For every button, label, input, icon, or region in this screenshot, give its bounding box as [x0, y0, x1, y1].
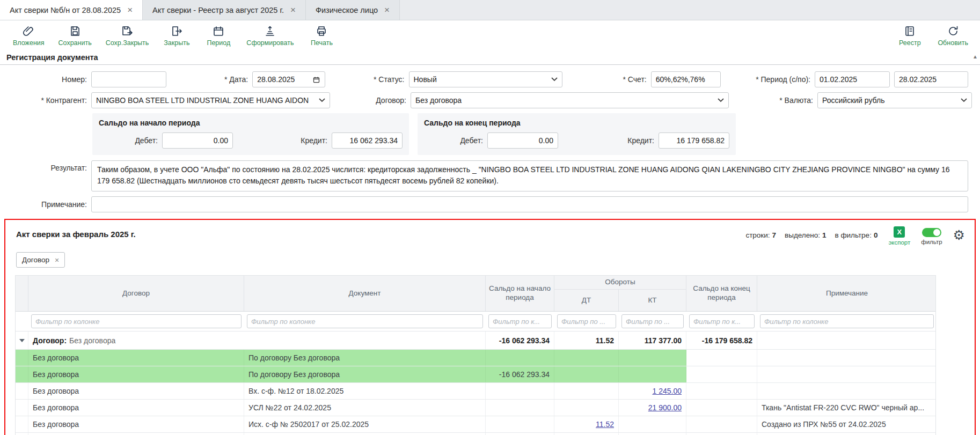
debet-end-value[interactable]: 0.00 [487, 132, 558, 149]
primechanie-input[interactable] [91, 196, 968, 212]
cell-saldo-start [486, 400, 554, 416]
filter-toggle[interactable]: фильтр [921, 226, 942, 245]
schet-input[interactable] [651, 71, 721, 87]
status-select[interactable]: Новый [409, 71, 562, 87]
filter-chip-dogovor[interactable]: Договор × [16, 252, 65, 268]
cell-document: По договору Без договора [244, 350, 486, 366]
kontragent-select[interactable]: NINGBO BOA STEEL LTD INDUSTRIAL ZONE HUA… [91, 92, 330, 108]
chip-remove-icon[interactable]: × [55, 256, 59, 264]
print-button[interactable]: Печать [308, 24, 335, 47]
amount-link[interactable]: 1 245.00 [653, 387, 682, 395]
cell-note [757, 383, 937, 399]
row-expander-cell [16, 366, 28, 382]
cell-document: Вх. с-ф. №12 от 18.02.2025 [244, 383, 486, 399]
tab-label: Акт сверки - Реестр за август 2025 г. [152, 6, 284, 14]
tab-fizicheskoe-lico[interactable]: Физическое лицо × [306, 0, 400, 20]
amount-link[interactable]: 21 900.00 [648, 403, 682, 412]
kredit-start-value[interactable]: 16 062 293.34 [332, 132, 403, 149]
debet-start-value[interactable]: 0.00 [162, 132, 233, 149]
cell-dogovor: Без договора [28, 383, 244, 399]
calendar-icon[interactable] [312, 76, 320, 84]
chevron-down-icon [319, 98, 325, 102]
cell-saldo-start [486, 433, 554, 435]
kredit-start-text: 16 062 293.34 [349, 136, 398, 145]
filter-input-saldo-end[interactable] [689, 314, 755, 328]
nomer-input[interactable] [91, 71, 166, 87]
refresh-button[interactable]: Обновить [938, 24, 968, 47]
table-row[interactable]: Без договора По договору Без договора [16, 350, 935, 366]
table-row[interactable]: Без договора По договору Без договора -1… [16, 366, 935, 383]
filter-input-dogovor[interactable] [31, 314, 242, 328]
dogovor-select[interactable]: Без договора [411, 92, 729, 108]
filter-input-note[interactable] [760, 314, 934, 328]
group-saldo-start: -16 062 293.34 [486, 331, 554, 349]
toolbar-label: Закрыть [164, 39, 189, 47]
col-header-note[interactable]: Примечание [757, 276, 937, 311]
toolbar-label: Период [207, 39, 230, 47]
valyuta-select[interactable]: Российский рубль [817, 92, 972, 108]
kredit-end-value[interactable]: 16 179 658.82 [659, 132, 729, 149]
filter-input-kt[interactable] [621, 314, 684, 328]
table-row[interactable]: Без договора Вх. с-ф №… 94 232.00 [16, 433, 935, 435]
tab-act-sverki[interactable]: Акт сверки №б/н от 28.08.2025 × [0, 0, 143, 20]
tab-close-icon[interactable]: × [290, 5, 296, 14]
dogovor-value: Без договора [415, 96, 462, 105]
calendar-icon [211, 24, 225, 38]
selected-counter: выделено:1 [785, 231, 826, 239]
toolbar-right: Реестр Обновить [896, 24, 968, 47]
date-input[interactable]: 28.08.2025 [252, 71, 325, 87]
debet-label: Дебет: [99, 136, 162, 145]
filtered-counter: в фильтре:0 [835, 231, 878, 239]
period-from-input[interactable] [815, 71, 890, 87]
group-label-value: Без договора [69, 336, 115, 345]
cell-saldo-end [686, 400, 757, 416]
save-button[interactable]: Сохранить [58, 24, 92, 47]
export-excel-button[interactable]: X экспорт [888, 226, 910, 246]
filter-input-dt[interactable] [557, 314, 616, 328]
data-grid: Договор Документ Сальдо на начало период… [15, 275, 936, 435]
tab-close-icon[interactable]: × [384, 5, 390, 14]
registration-form: Номер: * Дата: 28.08.2025 * Статус: Новы… [0, 65, 980, 212]
scroll-up-arrow[interactable]: ▲ [972, 54, 978, 60]
toolbar-label: Реестр [899, 39, 921, 47]
attachments-button[interactable]: Вложения [13, 24, 45, 47]
tab-close-icon[interactable]: × [127, 5, 133, 14]
cell-saldo-start: -16 062 293.34 [486, 366, 554, 382]
group-kt: 117 377.00 [619, 331, 686, 349]
col-header-saldo-start[interactable]: Сальдо на начало периода [486, 276, 554, 311]
save-close-button[interactable]: Сохр.Закрыть [106, 24, 149, 47]
kredit-label: Кредит: [233, 136, 332, 145]
col-header-kt[interactable]: КТ [619, 290, 686, 311]
table-row[interactable]: Без договора УСЛ №22 от 24.02.2025 21 90… [16, 400, 935, 416]
filter-input-saldo-start[interactable] [488, 314, 552, 328]
close-door-icon [170, 24, 184, 38]
save-close-icon [120, 24, 134, 38]
generate-button[interactable]: Сформировать [246, 24, 294, 47]
col-header-saldo-end[interactable]: Сальдо на конец периода [686, 276, 757, 311]
toggle-on-icon[interactable] [922, 228, 941, 237]
close-button[interactable]: Закрыть [163, 24, 191, 47]
cell-saldo-start [486, 383, 554, 399]
collapse-group-icon[interactable] [16, 331, 28, 349]
toolbar-label: Сохр.Закрыть [106, 39, 149, 47]
dogovor-label: Договор: [330, 96, 411, 105]
row-expander-cell [16, 416, 28, 432]
settings-gear-icon[interactable]: ⚙ [953, 226, 965, 242]
registry-button[interactable]: Реестр [896, 24, 924, 47]
tab-act-sverki-reestr[interactable]: Акт сверки - Реестр за август 2025 г. × [143, 0, 306, 20]
period-to-input[interactable] [894, 71, 968, 87]
table-row[interactable]: Без договора Вх. с-ф. №12 от 18.02.2025 … [16, 383, 935, 400]
cell-kt [619, 350, 686, 366]
filter-input-document[interactable] [247, 314, 483, 328]
row-expander-cell [16, 400, 28, 416]
col-header-dogovor[interactable]: Договор [28, 276, 244, 311]
period-button[interactable]: Период [204, 24, 232, 47]
group-row[interactable]: Договор: Без договора -16 062 293.34 11.… [16, 331, 935, 350]
excel-icon: X [894, 226, 905, 238]
col-header-document[interactable]: Документ [244, 276, 486, 311]
cell-kt [619, 366, 686, 382]
amount-link[interactable]: 11.52 [596, 420, 614, 429]
group-dt: 11.52 [554, 331, 619, 349]
col-header-dt[interactable]: ДТ [554, 290, 619, 311]
table-row[interactable]: Без договора Исх. с-ф № 2502017 от 25.02… [16, 416, 935, 433]
